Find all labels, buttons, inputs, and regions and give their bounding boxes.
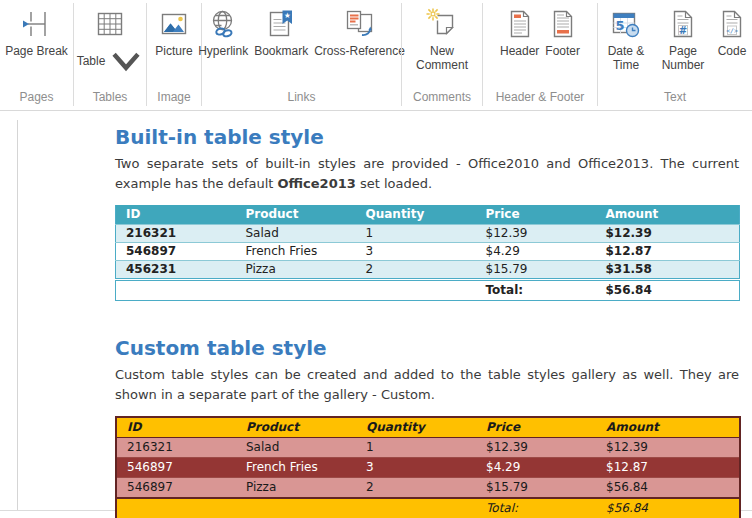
- table-cell[interactable]: 2: [356, 478, 476, 499]
- table-cell[interactable]: 216321: [116, 225, 236, 243]
- page-left-boundary: [17, 120, 18, 511]
- table-cell[interactable]: $4.29: [476, 243, 596, 261]
- total-label-cell[interactable]: Total:: [476, 280, 596, 301]
- document-content: Built-in table style Two separate sets o…: [115, 125, 739, 518]
- table-cell[interactable]: $12.39: [476, 438, 596, 458]
- section-heading-built-in[interactable]: Built-in table style: [115, 125, 739, 149]
- table-cell[interactable]: 456231: [116, 261, 236, 280]
- code-button[interactable]: </> Code: [712, 5, 752, 58]
- table-cell[interactable]: $15.79: [476, 478, 596, 499]
- column-header[interactable]: ID: [116, 205, 236, 225]
- total-value-cell[interactable]: $56.84: [596, 280, 740, 301]
- page-break-button[interactable]: Page Break: [2, 5, 71, 58]
- table-cell[interactable]: French Fries: [236, 243, 356, 261]
- document-canvas[interactable]: Built-in table style Two separate sets o…: [0, 111, 752, 517]
- total-value-cell[interactable]: $56.84: [596, 498, 740, 518]
- button-label: Hyperlink: [198, 44, 248, 58]
- table-cell[interactable]: [236, 280, 356, 301]
- svg-text:5: 5: [616, 18, 625, 33]
- ribbon: Page Break Pages Table Tables: [0, 0, 752, 111]
- ribbon-group-text: 5 Date & Time # Page Number: [598, 0, 752, 110]
- column-header[interactable]: Product: [236, 205, 356, 225]
- column-header[interactable]: Quantity: [356, 417, 476, 438]
- table-cell[interactable]: $12.39: [596, 438, 740, 458]
- paragraph-built-in[interactable]: Two separate sets of built-in styles are…: [115, 154, 739, 194]
- page-number-button[interactable]: # Page Number: [654, 5, 712, 73]
- bookmark-button[interactable]: ★ Bookmark: [251, 5, 311, 58]
- table-cell[interactable]: $12.39: [596, 225, 740, 243]
- button-label: Date & Time: [601, 44, 651, 73]
- table-cell[interactable]: Pizza: [236, 261, 356, 280]
- table-cell[interactable]: 3: [356, 243, 476, 261]
- table-cell[interactable]: [116, 280, 236, 301]
- ribbon-group-tables: Table Tables: [74, 0, 146, 110]
- table-cell[interactable]: $15.79: [476, 261, 596, 280]
- cross-reference-button[interactable]: Cross-Reference: [311, 5, 408, 58]
- table-cell[interactable]: Salad: [236, 438, 356, 458]
- table-cell[interactable]: Salad: [236, 225, 356, 243]
- new-comment-icon: [425, 7, 459, 41]
- table-button[interactable]: Table: [74, 5, 147, 78]
- date-time-icon: 5: [609, 7, 643, 41]
- table-cell[interactable]: 3: [356, 458, 476, 478]
- total-label-cell[interactable]: Total:: [476, 498, 596, 518]
- table-cell[interactable]: [236, 498, 356, 518]
- ribbon-group-comments: New Comment Comments: [402, 0, 482, 110]
- table-cell[interactable]: [356, 280, 476, 301]
- custom-style-table[interactable]: ID Product Quantity Price Amount 216321S…: [115, 416, 741, 518]
- column-header[interactable]: Price: [476, 417, 596, 438]
- hyperlink-button[interactable]: Hyperlink: [195, 5, 251, 58]
- group-label-tables: Tables: [74, 89, 146, 110]
- table-cell[interactable]: $12.87: [596, 458, 740, 478]
- table-cell[interactable]: $56.84: [596, 478, 740, 499]
- group-label-text: Text: [598, 89, 752, 110]
- header-button[interactable]: Header: [497, 5, 542, 58]
- column-header[interactable]: Amount: [596, 205, 740, 225]
- paragraph-text: set loaded.: [356, 176, 432, 191]
- group-label-image: Image: [147, 89, 201, 110]
- table-cell[interactable]: 2: [356, 261, 476, 280]
- table-cell[interactable]: 216321: [116, 438, 236, 458]
- column-header[interactable]: Quantity: [356, 205, 476, 225]
- table-header-row: ID Product Quantity Price Amount: [116, 417, 740, 438]
- button-label: Table: [77, 54, 106, 68]
- table-row: 546897French Fries3$4.29$12.87: [116, 458, 740, 478]
- column-header[interactable]: Price: [476, 205, 596, 225]
- table-cell[interactable]: $4.29: [476, 458, 596, 478]
- paragraph-custom[interactable]: Custom table styles can be created and a…: [115, 365, 739, 405]
- built-in-style-table[interactable]: ID Product Quantity Price Amount 216321S…: [115, 205, 740, 301]
- column-header[interactable]: Amount: [596, 417, 740, 438]
- column-header[interactable]: Product: [236, 417, 356, 438]
- button-label: Page Number: [657, 44, 709, 73]
- table-row: 216321Salad1$12.39$12.39: [116, 438, 740, 458]
- table-cell[interactable]: $12.87: [596, 243, 740, 261]
- table-cell[interactable]: 1: [356, 225, 476, 243]
- table-cell[interactable]: French Fries: [236, 458, 356, 478]
- hyperlink-icon: [206, 7, 240, 41]
- column-header[interactable]: ID: [116, 417, 236, 438]
- table-total-row: Total: $56.84: [116, 280, 740, 301]
- new-comment-button[interactable]: New Comment: [407, 5, 477, 73]
- table-icon: [93, 7, 127, 41]
- code-icon: </>: [715, 7, 749, 41]
- table-cell[interactable]: 1: [356, 438, 476, 458]
- table-row: 546897French Fries3$4.29$12.87: [116, 243, 740, 261]
- table-cell[interactable]: $12.39: [476, 225, 596, 243]
- section-heading-custom[interactable]: Custom table style: [115, 336, 739, 360]
- table-cell[interactable]: [116, 498, 236, 518]
- table-cell[interactable]: $31.58: [596, 261, 740, 280]
- table-cell[interactable]: Pizza: [236, 478, 356, 499]
- cross-reference-icon: [343, 7, 377, 41]
- button-label: Cross-Reference: [314, 44, 405, 58]
- table-cell[interactable]: 546897: [116, 243, 236, 261]
- svg-text:#: #: [679, 25, 687, 36]
- picture-button[interactable]: Picture: [152, 5, 195, 58]
- footer-button[interactable]: Footer: [542, 5, 583, 58]
- table-cell[interactable]: [356, 498, 476, 518]
- button-label: Page Break: [5, 44, 68, 58]
- date-time-button[interactable]: 5 Date & Time: [598, 5, 654, 73]
- button-label: Code: [718, 44, 747, 58]
- table-cell[interactable]: 546897: [116, 458, 236, 478]
- footer-icon: [546, 7, 580, 41]
- table-cell[interactable]: 546897: [116, 478, 236, 499]
